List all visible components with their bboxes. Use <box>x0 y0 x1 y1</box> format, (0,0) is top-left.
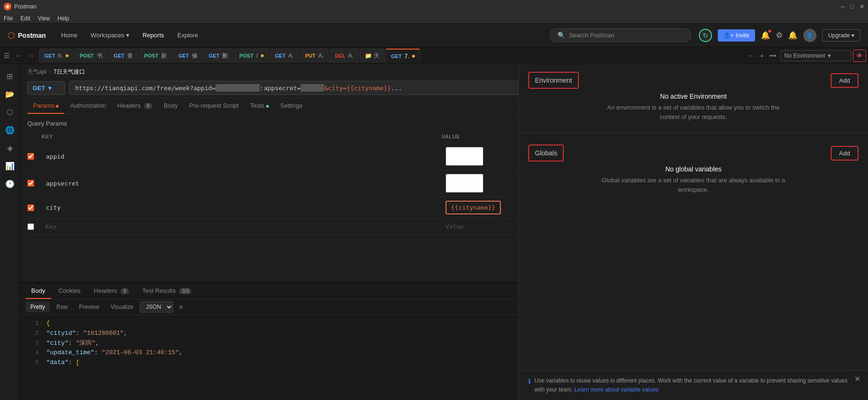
menu-edit[interactable]: Edit <box>20 15 30 22</box>
new-key-placeholder[interactable]: Key <box>42 221 442 232</box>
tab-method-label: GET <box>178 53 189 59</box>
format-raw-button[interactable]: Raw <box>52 302 72 312</box>
postman-logo-icon <box>4 3 11 10</box>
env-add-button[interactable]: Add <box>831 73 859 88</box>
nav-explore[interactable]: Explore <box>172 29 204 42</box>
environment-selector[interactable]: No Environment ▾ <box>780 50 851 61</box>
tab-get-shan[interactable]: GET 删 <box>204 49 233 63</box>
info-icon: ℹ <box>528 377 531 385</box>
notifications-button[interactable]: 🔔 <box>761 31 770 40</box>
tab-params[interactable]: Params <box>27 98 64 114</box>
url-redacted-appsecret <box>301 84 324 92</box>
history-icon: 🕐 <box>5 179 15 188</box>
nav-reports[interactable]: Reports <box>137 29 170 42</box>
param-key-appsecret[interactable] <box>42 177 442 190</box>
sidebar-item-environments[interactable]: 🌐 <box>2 122 18 138</box>
format-visualize-button[interactable]: Visualize <box>106 302 138 312</box>
scroll-right-button[interactable]: → <box>746 51 756 60</box>
tests-dot <box>266 105 269 108</box>
tab-settings[interactable]: Settings <box>275 98 308 114</box>
bell-button[interactable]: 🔔 <box>788 31 798 40</box>
resp-tab-body[interactable]: Body <box>26 283 51 299</box>
param-check-appid[interactable] <box>27 153 34 160</box>
env-preview-button[interactable]: 👁 <box>853 50 866 62</box>
new-tab-sidebar-icon: ⊞ <box>7 72 13 81</box>
sidebar-item-collections[interactable]: 📂 <box>2 86 18 102</box>
sidebar-item-monitor[interactable]: 📊 <box>2 158 18 174</box>
avatar-button[interactable]: 👤 <box>803 29 816 42</box>
tab-get-xiu[interactable]: GET 修 <box>173 49 203 63</box>
tab-post-xin[interactable]: POST 新 <box>139 49 172 63</box>
upgrade-button[interactable]: Upgrade ▾ <box>822 29 860 42</box>
param-key-city[interactable] <box>42 201 442 214</box>
tab-tests[interactable]: Tests <box>244 98 275 114</box>
nav-home[interactable]: Home <box>55 29 83 42</box>
url-redacted-appid <box>215 84 260 92</box>
nav-workspaces[interactable]: Workspaces ▾ <box>85 29 135 42</box>
tab-get-h[interactable]: GET h. <box>39 49 74 63</box>
tab-headers[interactable]: Headers 6 <box>112 98 158 114</box>
close-button[interactable]: ✕ <box>859 4 864 9</box>
param-check-new[interactable] <box>27 223 34 230</box>
back-button[interactable]: ← <box>14 51 24 60</box>
resp-tab-testresults[interactable]: Test Results 3/3 <box>137 283 197 299</box>
sync-icon[interactable]: ↻ <box>699 29 712 42</box>
sidebar-item-newreq[interactable]: ⊞ <box>2 68 18 84</box>
format-preview-button[interactable]: Preview <box>74 302 104 312</box>
wrap-icon[interactable]: ≡ <box>179 303 183 311</box>
line-number: 5 <box>27 358 39 368</box>
tab-method-label: POST <box>80 53 94 59</box>
nav-app-name: Postman <box>18 32 46 39</box>
format-type-selector[interactable]: JSON XML HTML Text <box>140 301 173 313</box>
tab-get-a1[interactable]: GET A. <box>270 49 299 63</box>
tab-get-cha[interactable]: GET 查 <box>109 49 138 63</box>
url-prefix: https://tianqiapi.com/free/week?appid= <box>75 85 215 92</box>
resp-tab-headers[interactable]: Headers 9 <box>88 283 135 299</box>
tab-get-7[interactable]: GET 7. <box>386 49 420 63</box>
notification-badge <box>768 30 771 33</box>
menu-bar: File Edit View Help <box>0 13 868 24</box>
method-selector[interactable]: GET ▾ <box>27 81 65 95</box>
env-panel-close-button[interactable]: ✕ <box>854 374 860 383</box>
tab-post-slash[interactable]: POST / <box>234 49 268 63</box>
tab-post-shu[interactable]: POST 书 <box>75 49 108 63</box>
invite-icon: 👤+ <box>723 32 734 39</box>
maximize-button[interactable]: □ <box>851 4 854 9</box>
menu-help[interactable]: Help <box>58 15 69 22</box>
sidebar-item-history[interactable]: 🕐 <box>2 176 18 192</box>
param-key-appid[interactable] <box>42 150 442 163</box>
param-check-city[interactable] <box>27 204 34 211</box>
tab-put-a2[interactable]: PUT A. <box>300 49 329 63</box>
param-check-appsecret[interactable] <box>27 180 34 187</box>
tab-bar-right: → + ••• No Environment ▾ 👁 <box>746 50 866 62</box>
tab-del-a3[interactable]: DEL A. <box>330 49 359 63</box>
resp-tab-cookies[interactable]: Cookies <box>53 283 86 299</box>
menu-view[interactable]: View <box>38 15 50 22</box>
settings-button[interactable]: ⚙ <box>776 31 782 40</box>
menu-file[interactable]: File <box>4 15 13 22</box>
minimize-button[interactable]: ─ <box>841 4 845 9</box>
tab-method-label: POST <box>144 53 158 59</box>
tab-body[interactable]: Body <box>158 98 184 114</box>
new-request-button[interactable]: + <box>758 51 765 60</box>
environment-panel: Environment Add No active Environment An… <box>518 64 868 400</box>
tab-method-label: DEL <box>335 53 345 59</box>
learn-more-link[interactable]: Learn more about variable values <box>575 386 659 393</box>
url-suffix: ... <box>391 85 402 92</box>
tab-authorization[interactable]: Authorization <box>64 98 112 114</box>
tab-get-tian[interactable]: 📁 天 <box>360 49 385 63</box>
appid-redacted-value <box>446 147 483 166</box>
globals-add-button[interactable]: Add <box>831 146 859 161</box>
tab-method-label: GET <box>391 53 402 59</box>
city-var-value: {{cityname}} <box>446 201 501 214</box>
invite-button[interactable]: 👤+ Invite <box>718 29 755 42</box>
tab-label: A. <box>318 52 324 59</box>
sidebar-item-mock[interactable]: ◈ <box>2 140 18 156</box>
tab-prerequest[interactable]: Pre-request Script <box>183 98 244 114</box>
sidebar-item-apis[interactable]: ⬡ <box>2 104 18 120</box>
new-tab-icon[interactable]: ☰ <box>2 51 12 60</box>
format-pretty-button[interactable]: Pretty <box>26 302 50 312</box>
forward-button[interactable]: → <box>26 51 36 60</box>
more-tabs-button[interactable]: ••• <box>767 51 778 60</box>
search-bar[interactable]: 🔍 Search Postman <box>550 28 691 42</box>
